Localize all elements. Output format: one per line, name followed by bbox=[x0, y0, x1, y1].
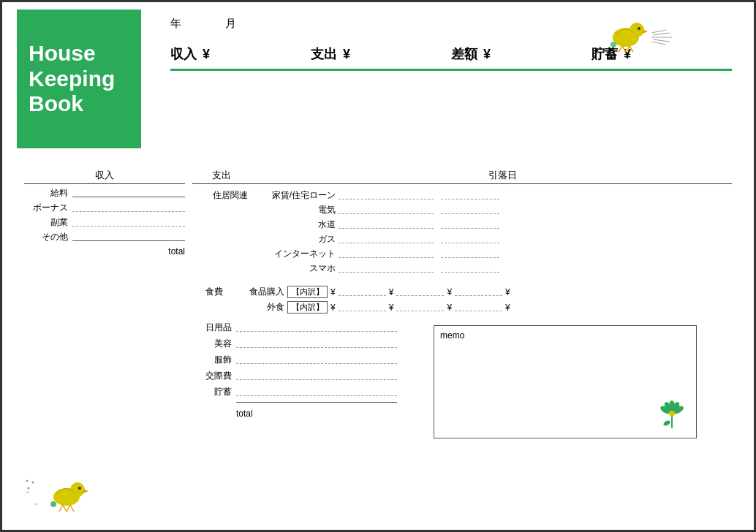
rent-label: 家賃/住宅ローン bbox=[251, 189, 339, 202]
svg-point-25 bbox=[78, 487, 81, 490]
page: House Keeping Book bbox=[0, 0, 756, 532]
year-label: 年 bbox=[170, 17, 181, 31]
exp-row-internet: インターネット bbox=[251, 248, 732, 260]
beauty-label: 美容 bbox=[192, 338, 236, 350]
denki-deduct-line bbox=[441, 213, 499, 214]
salary-label: 給料 bbox=[24, 187, 68, 200]
svg-point-23 bbox=[70, 482, 85, 497]
svg-line-8 bbox=[651, 30, 666, 33]
other-and-memo: 日用品 美容 服飾 交際費 bbox=[192, 318, 732, 438]
denki-label: 電気 bbox=[251, 204, 339, 216]
svg-line-9 bbox=[653, 33, 670, 35]
memo-label: memo bbox=[440, 330, 464, 341]
logo-box: House Keeping Book bbox=[17, 10, 141, 148]
svg-marker-2 bbox=[643, 29, 648, 34]
expense-yen: ¥ bbox=[343, 47, 350, 62]
juukyo-cat: 住居関連 bbox=[192, 189, 251, 202]
internet-deduct-line bbox=[441, 257, 499, 258]
svg-line-12 bbox=[651, 42, 666, 45]
internet-label: インターネット bbox=[251, 248, 339, 260]
diff-yen: ¥ bbox=[483, 47, 491, 62]
income-summary: 収入 ¥ bbox=[170, 45, 311, 63]
fp-line1 bbox=[339, 295, 386, 296]
denki-line bbox=[339, 213, 434, 214]
beauty-line bbox=[236, 347, 397, 348]
income-row-other: その他 bbox=[24, 231, 185, 243]
eating-out-yen3: ¥ bbox=[447, 303, 452, 313]
other-expenses: 日用品 美容 服飾 交際費 bbox=[192, 318, 419, 438]
eo-line3 bbox=[455, 311, 502, 311]
svg-point-32 bbox=[50, 501, 56, 507]
svg-line-4 bbox=[619, 46, 622, 52]
eating-out-row: 外食 【内訳】 ¥ ¥ ¥ ¥ bbox=[192, 301, 732, 314]
exp-row-phone: スマホ bbox=[251, 262, 732, 275]
rent-line bbox=[339, 199, 434, 200]
svg-point-1 bbox=[630, 23, 644, 37]
bonus-label: ボーナス bbox=[24, 202, 68, 214]
svg-text:~: ~ bbox=[34, 501, 37, 508]
eating-out-yen2: ¥ bbox=[389, 303, 394, 313]
expense-label: 支出 bbox=[311, 45, 337, 63]
savings-row: 貯蓄 bbox=[192, 386, 419, 398]
memo-decoration bbox=[654, 395, 690, 433]
juukyo-items: 家賃/住宅ローン 電気 水道 bbox=[251, 187, 732, 277]
gas-label: ガス bbox=[251, 233, 339, 246]
expense-header-label: 支出 bbox=[192, 169, 251, 182]
income-row-side: 副業 bbox=[24, 216, 185, 229]
deduct-header-label: 引落日 bbox=[273, 169, 732, 182]
svg-line-11 bbox=[653, 39, 670, 42]
income-section: 収入 給料 ボーナス 副業 その他 total bbox=[24, 169, 185, 438]
food-purchase-yen1: ¥ bbox=[330, 287, 336, 297]
clothing-label: 服飾 bbox=[192, 354, 236, 366]
phone-deduct-line bbox=[441, 272, 499, 273]
phone-label: スマホ bbox=[251, 262, 339, 275]
svg-line-27 bbox=[63, 505, 67, 512]
other-income-line bbox=[72, 240, 185, 241]
svg-marker-24 bbox=[83, 489, 88, 493]
other-income-label: その他 bbox=[24, 231, 68, 243]
expense-section: 支出 引落日 住居関連 家賃/住宅ローン 電気 bbox=[185, 169, 732, 438]
bird-bottom-left: ~ ~ bbox=[23, 466, 110, 517]
memo-flower-svg bbox=[654, 395, 690, 432]
fp-line3 bbox=[455, 295, 502, 296]
internet-line bbox=[339, 257, 434, 258]
expense-summary: 支出 ¥ bbox=[311, 45, 451, 63]
social-label: 交際費 bbox=[192, 370, 236, 382]
income-yen: ¥ bbox=[203, 47, 210, 62]
svg-line-26 bbox=[59, 505, 63, 512]
food-header: 食費 bbox=[192, 286, 236, 298]
beauty-row: 美容 bbox=[192, 338, 419, 350]
expense-headers: 支出 引落日 bbox=[192, 169, 732, 184]
svg-line-5 bbox=[622, 46, 626, 52]
income-total-label: total bbox=[168, 246, 185, 256]
juukyo-section: 住居関連 家賃/住宅ローン 電気 bbox=[192, 187, 732, 277]
social-line bbox=[236, 379, 397, 380]
daily-line bbox=[236, 331, 397, 332]
bird-decoration-top bbox=[586, 10, 732, 56]
eo-line2 bbox=[396, 311, 444, 311]
clothing-line bbox=[236, 363, 397, 364]
gas-line bbox=[339, 243, 434, 243]
food-purchase-yen4: ¥ bbox=[505, 287, 510, 297]
header: House Keeping Book bbox=[2, 2, 754, 163]
income-row-bonus: ボーナス bbox=[24, 202, 185, 214]
other-total-row: total bbox=[192, 408, 419, 419]
header-right: 年 月 収入 ¥ 支出 ¥ 差額 ¥ 貯蓄 ¥ bbox=[141, 10, 732, 163]
exp-row-rent: 家賃/住宅ローン bbox=[251, 189, 732, 202]
svg-point-19 bbox=[669, 411, 675, 417]
svg-line-29 bbox=[70, 505, 74, 512]
svg-point-13 bbox=[611, 42, 616, 48]
salary-line bbox=[72, 197, 185, 197]
diff-label: 差額 bbox=[451, 45, 477, 63]
income-section-header: 収入 bbox=[24, 169, 185, 184]
eating-out-yen4: ¥ bbox=[505, 303, 510, 313]
eating-out-label: 外食 bbox=[236, 301, 287, 314]
exp-row-denki: 電気 bbox=[251, 204, 732, 216]
month-label: 月 bbox=[225, 17, 236, 31]
income-row-salary: 給料 bbox=[24, 187, 185, 200]
social-row: 交際費 bbox=[192, 370, 419, 382]
main-content: 収入 給料 ボーナス 副業 その他 total bbox=[2, 163, 754, 438]
food-purchase-row: 食費 食品購入 【内訳】 ¥ ¥ ¥ ¥ bbox=[192, 286, 732, 298]
side-line bbox=[72, 226, 185, 227]
water-deduct-line bbox=[441, 228, 499, 229]
